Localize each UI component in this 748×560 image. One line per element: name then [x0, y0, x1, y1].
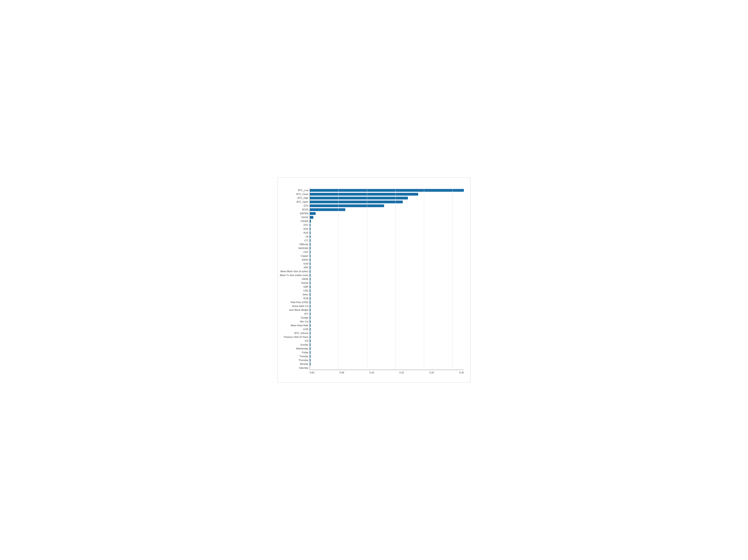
bar-row [310, 308, 464, 312]
bar-row [310, 358, 464, 362]
bar-row [310, 250, 464, 254]
bar [310, 301, 310, 304]
bar [310, 289, 310, 292]
bar [310, 255, 310, 257]
bar-row [310, 285, 464, 289]
bar-row [310, 312, 464, 316]
y-label: LTC [304, 238, 308, 242]
bar [310, 293, 310, 296]
bar-row [310, 323, 464, 327]
bar [310, 208, 345, 211]
y-label: NASDAQ [299, 246, 308, 250]
x-tick: 0.00 [310, 371, 314, 374]
bar [310, 320, 310, 323]
y-label: Active Addr Cnt [292, 304, 308, 308]
bar [310, 247, 310, 250]
bar-row [310, 320, 464, 323]
y-label: Oil [306, 235, 308, 238]
bar [310, 239, 310, 242]
y-label: Mean Tx Size (native units) [280, 273, 308, 277]
bar-row [310, 262, 464, 265]
y-label: BTC_Low [298, 188, 308, 192]
bar [310, 355, 310, 358]
bar [310, 278, 310, 281]
bar-row [310, 297, 464, 300]
bar-row [310, 242, 464, 246]
y-label: Wednesday [296, 347, 308, 350]
bars-wrapper [310, 188, 464, 370]
y-label: JPY [304, 312, 308, 316]
bar [310, 266, 310, 269]
bar-row [310, 289, 464, 293]
bar-row [310, 204, 464, 208]
y-label: CBOE [302, 277, 308, 281]
bar [310, 359, 310, 361]
bar [310, 258, 310, 261]
bar-row [310, 331, 464, 335]
bar [310, 228, 310, 230]
bar-row [310, 254, 464, 258]
y-label: CNY [303, 250, 308, 254]
x-tick: 0.25 [459, 371, 464, 374]
y-label: Gold [303, 262, 308, 265]
bar [310, 317, 310, 319]
bar-row [310, 219, 464, 223]
bar [310, 193, 418, 195]
bar-row [310, 246, 464, 250]
y-label: Treasury Yield 10 Years [283, 335, 308, 339]
bar [310, 305, 310, 307]
y-label: CSI300 [300, 219, 308, 223]
y-label: Mean Hash Rate [291, 323, 309, 327]
y-label: XRP [303, 265, 308, 270]
y-label: Sum Block Weight [289, 308, 308, 312]
y-label: Google [301, 316, 308, 320]
y-label: Mean Block Size (in bytes) [280, 270, 308, 273]
bar-row [310, 215, 464, 219]
bar-row [310, 350, 464, 354]
bar-row [310, 227, 464, 231]
y-label: RUB [303, 297, 308, 300]
y-label: BTC_High [298, 196, 308, 200]
bar-row [310, 281, 464, 285]
bar-row [310, 235, 464, 238]
y-label: Xfer Cnt [300, 320, 308, 323]
y-label: BTC_Close [296, 192, 308, 196]
bar-row [310, 300, 464, 304]
bar [310, 363, 310, 366]
plot-area [310, 188, 464, 370]
bar-row [310, 304, 464, 308]
bar [310, 351, 310, 354]
bar-row [310, 258, 464, 262]
bar-row [310, 273, 464, 277]
bar-row [310, 265, 464, 270]
bar-row [310, 188, 464, 192]
bar [310, 347, 310, 350]
bar [310, 251, 310, 254]
y-label: SGD [303, 227, 308, 231]
bar-row [310, 366, 464, 370]
bar [310, 197, 408, 200]
bar-row [310, 277, 464, 281]
bar-row [310, 354, 464, 358]
y-label: Sunday [300, 343, 308, 347]
bar [310, 332, 310, 334]
bar-row [310, 196, 464, 200]
x-axis: 0.000.050.100.150.200.25 [310, 371, 464, 374]
y-label: Saturday [299, 366, 308, 370]
y-label: Tuesday [299, 354, 308, 358]
y-label: ETH [304, 204, 308, 208]
bar-row [310, 270, 464, 273]
y-label: S&P500 [300, 211, 308, 215]
bar [310, 312, 310, 315]
bar-row [310, 200, 464, 204]
bar [310, 201, 403, 203]
chart-container: BTC_LowBTC_CloseBTC_HighBTC_OpenETHJP225… [278, 178, 470, 382]
bar [310, 231, 310, 234]
y-label: Silver [303, 293, 309, 297]
bar [310, 282, 310, 284]
chart-area: BTC_LowBTC_CloseBTC_HighBTC_OpenETHJP225… [280, 188, 464, 374]
bar [310, 262, 310, 265]
y-label: Difficulty [300, 242, 308, 246]
bar [310, 235, 310, 238]
bar [310, 274, 310, 277]
